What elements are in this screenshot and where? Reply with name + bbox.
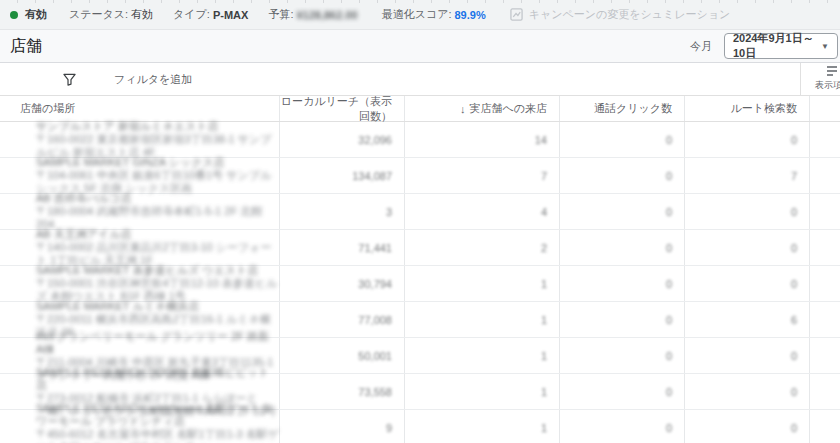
- table-row: サンプルストア 新宿ルミネエスト店 〒160-0022 東京都新宿区新宿3丁目3…: [0, 122, 840, 158]
- store-visits-cell: 1: [405, 302, 560, 337]
- budget-field: 予算: ¥128,862.00: [268, 7, 357, 22]
- budget-field-label: 予算:: [268, 7, 293, 22]
- store-location-cell: AB 吉祥寺パルコ店 〒180-0004 武蔵野市吉祥寺本町1-5-1 2F 北…: [0, 194, 280, 229]
- local-reach-cell: 3: [280, 194, 405, 229]
- simulation-icon: [510, 8, 523, 21]
- store-visits-cell: 1: [405, 338, 560, 373]
- optimization-score-field: 最適化スコア: 89.9%: [382, 7, 486, 22]
- store-name-redacted: SAMPLE MARKET 表参道ヒルズ ウエスト店: [36, 264, 279, 277]
- call-clicks-cell: 0: [560, 230, 685, 265]
- table-row: SAMPLE MARKET 表参道ヒルズ ウエスト店 〒150-0001 渋谷区…: [0, 266, 840, 302]
- store-name-redacted: AB 天王洲アイル店: [36, 228, 279, 241]
- column-header-label: ルート検索数: [730, 101, 797, 116]
- row-spacer-cell: [810, 194, 840, 229]
- table-body: サンプルストア 新宿ルミネエスト店 〒160-0022 東京都新宿区新宿3丁目3…: [0, 122, 840, 443]
- campaign-status-bar: 有効 ステータス: 有効 タイプ: P-MAX 予算: ¥128,862.00 …: [0, 0, 840, 30]
- column-header-label: 店舗の場所: [20, 101, 75, 116]
- local-reach-cell: 50,001: [280, 338, 405, 373]
- filter-funnel-icon: [63, 73, 76, 86]
- columns-icon: [825, 65, 839, 78]
- column-header-store-visits[interactable]: ↓ 実店舗への来店: [405, 96, 560, 121]
- chevron-down-icon: ▼: [821, 42, 829, 51]
- stores-table-card: フィルタを追加 表示項目 店舗の場所 ローカルリーチ（表示回数） ↓ 実店舗: [0, 62, 840, 443]
- table-toolbar: フィルタを追加 表示項目: [0, 63, 840, 96]
- campaign-stores-page: 有効 ステータス: 有効 タイプ: P-MAX 予算: ¥128,862.00 …: [0, 0, 840, 443]
- date-range-selector[interactable]: 2024年9月1日～10日 ▼: [724, 33, 838, 59]
- optimization-score-label: 最適化スコア:: [382, 7, 452, 22]
- column-header-route-searches[interactable]: ルート検索数: [685, 96, 810, 121]
- call-clicks-cell: 0: [560, 374, 685, 409]
- status-field-label: ステータス:: [69, 7, 128, 22]
- call-clicks-cell: 0: [560, 158, 685, 193]
- store-name-redacted: AB 吉祥寺パルコ店: [36, 192, 279, 205]
- route-searches-cell: 0: [685, 266, 810, 301]
- store-visits-cell: 2: [405, 230, 560, 265]
- store-location-cell: SAMPLE MARKET 表参道ヒルズ ウエスト店 〒150-0001 渋谷区…: [0, 266, 280, 301]
- column-header-call-clicks[interactable]: 通話クリック数: [560, 96, 685, 121]
- table-row: AB 天王洲アイル店 〒140-0002 品川区東品川2丁目3-10 シーフォー…: [0, 230, 840, 266]
- optimization-score-value: 89.9%: [454, 9, 485, 21]
- store-visits-cell: 1: [405, 410, 560, 443]
- local-reach-cell: 71,441: [280, 230, 405, 265]
- call-clicks-cell: 0: [560, 266, 685, 301]
- row-spacer-cell: [810, 302, 840, 337]
- simulate-changes-label: キャンペーンの変更をシュミレーション: [529, 7, 731, 22]
- column-header-local-reach[interactable]: ローカルリーチ（表示回数）: [280, 96, 405, 121]
- call-clicks-cell: 0: [560, 194, 685, 229]
- store-name-redacted: mct クランベリーモール グランツリー 2F 路面 A棟: [36, 330, 279, 356]
- route-searches-cell: 7: [685, 158, 810, 193]
- period-label: 今月: [690, 39, 712, 54]
- route-searches-cell: 0: [685, 338, 810, 373]
- add-filter-button[interactable]: フィルタを追加: [0, 72, 192, 87]
- call-clicks-cell: 0: [560, 302, 685, 337]
- columns-button-label: 表示項目: [815, 79, 840, 92]
- status-enabled-label: 有効: [25, 7, 47, 22]
- store-location-cell: AB 天王洲アイル店 〒140-0002 品川区東品川2丁目3-10 シーフォー…: [0, 230, 280, 265]
- row-spacer-cell: [810, 230, 840, 265]
- type-field-value: P-MAX: [213, 9, 248, 21]
- store-location-cell: SAMPLE MARKET GINZA シックス店 〒104-0061 中央区 …: [0, 158, 280, 193]
- local-reach-cell: 9: [280, 410, 405, 443]
- page-header: 店舗 今月 2024年9月1日～10日 ▼: [0, 30, 840, 62]
- page-title: 店舗: [10, 36, 42, 57]
- row-spacer-cell: [810, 374, 840, 409]
- local-reach-cell: 77,008: [280, 302, 405, 337]
- timeline-ticks-decoration: [0, 0, 840, 3]
- local-reach-cell: 32,096: [280, 122, 405, 157]
- store-visits-cell: 14: [405, 122, 560, 157]
- store-visits-cell: 1: [405, 374, 560, 409]
- simulate-changes-button[interactable]: キャンペーンの変更をシュミレーション: [510, 7, 731, 22]
- table-row: AB 吉祥寺パルコ店 〒180-0004 武蔵野市吉祥寺本町1-5-1 2F 北…: [0, 194, 840, 230]
- route-searches-cell: 6: [685, 302, 810, 337]
- call-clicks-cell: 0: [560, 410, 685, 443]
- route-searches-cell: 0: [685, 374, 810, 409]
- table-header-row: 店舗の場所 ローカルリーチ（表示回数） ↓ 実店舗への来店 通話クリック数 ルー…: [0, 96, 840, 122]
- campaign-status-chip[interactable]: 有効: [10, 7, 47, 22]
- local-reach-cell: 73,558: [280, 374, 405, 409]
- date-range-zone: 今月 2024年9月1日～10日 ▼: [690, 33, 838, 59]
- column-header-label: 実店舗への来店: [469, 101, 547, 116]
- route-searches-cell: 0: [685, 194, 810, 229]
- route-searches-cell: 0: [685, 122, 810, 157]
- store-name-redacted: サンプルストア 新宿ルミネエスト店: [36, 120, 279, 133]
- table-row: SAMPLE MARKET GINZA シックス店 〒104-0061 中央区 …: [0, 158, 840, 194]
- columns-button[interactable]: 表示項目: [815, 65, 840, 92]
- status-enabled-dot-icon: [10, 11, 18, 19]
- column-header-location[interactable]: 店舗の場所: [0, 96, 280, 121]
- local-reach-cell: 30,794: [280, 266, 405, 301]
- local-reach-cell: 134,087: [280, 158, 405, 193]
- table-row: SAMPLE RESEARCH warehouse 名駅ゲートタワーモール プラ…: [0, 410, 840, 443]
- type-field-label: タイプ:: [173, 7, 210, 22]
- row-spacer-cell: [810, 266, 840, 301]
- row-spacer-cell: [810, 158, 840, 193]
- type-field: タイプ: P-MAX: [173, 7, 248, 22]
- store-name-redacted: SAMPLE MARKET ルミネ横浜店: [36, 300, 279, 313]
- store-name-redacted: SAMPLE RESEARCH warehouse 名駅ゲートタワーモール プラ…: [36, 402, 279, 428]
- row-spacer-cell: [810, 410, 840, 443]
- store-visits-cell: 7: [405, 158, 560, 193]
- call-clicks-cell: 0: [560, 338, 685, 373]
- add-filter-label: フィルタを追加: [114, 72, 192, 87]
- table-tools-zone: 表示項目: [800, 63, 840, 96]
- date-range-value: 2024年9月1日～10日: [733, 31, 815, 61]
- column-header-spacer: [810, 96, 840, 121]
